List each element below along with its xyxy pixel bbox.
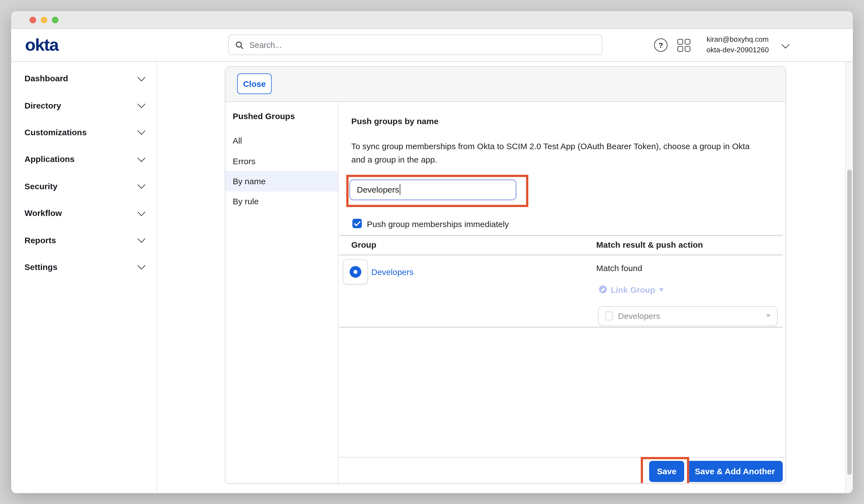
pushed-groups-nav: Pushed Groups All Errors By name By rule (226, 101, 338, 483)
push-immediately-label: Push group memberships immediately (367, 219, 509, 228)
screen: okta ? kiran@boxyhq.com okta-dev-2090126… (0, 0, 864, 504)
push-by-name-content: Push groups by name To sync group member… (338, 101, 785, 483)
top-navigation-bar: okta ? kiran@boxyhq.com okta-dev-2090126… (11, 29, 853, 61)
vertical-scrollbar-track[interactable] (845, 61, 853, 493)
chevron-down-icon (137, 181, 145, 189)
pushed-groups-tab-errors[interactable]: Errors (226, 151, 338, 171)
minimize-window-button[interactable] (41, 16, 47, 23)
grid-square (685, 39, 690, 45)
pushed-groups-title: Pushed Groups (226, 111, 338, 120)
save-button[interactable]: Save (649, 460, 684, 482)
group-link[interactable]: Developers (371, 267, 413, 276)
push-immediately-checkbox[interactable] (352, 218, 362, 228)
okta-group-icon (350, 266, 361, 277)
account-email: kiran@boxyhq.com (700, 35, 775, 45)
sidebar-item-applications[interactable]: Applications (11, 146, 156, 172)
app-window: okta ? kiran@boxyhq.com okta-dev-2090126… (11, 11, 853, 493)
push-groups-panel: Close Pushed Groups All Errors By name B… (225, 66, 786, 483)
chevron-down-icon (137, 262, 145, 270)
column-header-group: Group (351, 240, 376, 249)
apps-grid-icon[interactable] (677, 39, 691, 52)
section-description: To sync group memberships from Okta to S… (351, 140, 764, 167)
section-title: Push groups by name (351, 116, 439, 125)
zoom-window-button[interactable] (51, 16, 58, 23)
table-header-divider (339, 254, 783, 255)
help-icon[interactable]: ? (654, 38, 668, 52)
chevron-down-icon (137, 208, 145, 216)
vertical-scrollbar-thumb[interactable] (847, 169, 852, 475)
close-button[interactable]: Close (237, 73, 272, 94)
chevron-down-icon (137, 100, 145, 108)
group-name-input-value: Developers (357, 185, 399, 194)
account-org: okta-dev-20901260 (700, 45, 775, 55)
panel-header: Close (226, 67, 785, 101)
grid-square (677, 46, 683, 52)
pushed-groups-tab-by-name[interactable]: By name (226, 171, 338, 191)
match-status: Match found (596, 263, 642, 273)
footer-divider (338, 457, 785, 457)
grid-square (685, 46, 690, 52)
search-input[interactable] (248, 40, 596, 50)
target-group-select[interactable]: Developers (598, 306, 778, 326)
sidebar-item-directory[interactable]: Directory (11, 92, 156, 119)
chevron-down-icon (137, 73, 145, 81)
account-menu[interactable]: kiran@boxyhq.com okta-dev-20901260 (700, 35, 775, 55)
account-chevron-down-icon[interactable] (782, 41, 789, 48)
window-titlebar (11, 11, 853, 29)
search-icon (235, 40, 244, 49)
workspace: Dashboard Directory Customizations Appli… (11, 61, 853, 493)
table-row-divider (339, 326, 783, 327)
sidebar-item-security[interactable]: Security (11, 172, 156, 200)
link-group-dropdown-button[interactable]: Link Group (599, 285, 663, 294)
text-cursor (400, 184, 400, 195)
link-group-label: Link Group (611, 285, 655, 294)
chevron-down-icon (137, 127, 145, 135)
target-group-select-value: Developers (618, 311, 660, 321)
chevron-down-icon (137, 235, 145, 243)
pushed-groups-tab-by-rule[interactable]: By rule (226, 191, 338, 212)
caret-down-icon (659, 288, 663, 292)
sidebar-item-reports[interactable]: Reports (11, 227, 156, 253)
okta-logo: okta (25, 35, 58, 55)
link-icon (599, 286, 607, 293)
group-name-input[interactable]: Developers (349, 179, 517, 200)
sidebar-item-workflow[interactable]: Workflow (11, 200, 156, 227)
sidebar-item-customizations[interactable]: Customizations (11, 119, 156, 146)
grid-square (677, 39, 683, 45)
table-top-divider (339, 235, 783, 236)
sidebar-item-settings[interactable]: Settings (11, 253, 156, 280)
sidebar-nav: Dashboard Directory Customizations Appli… (11, 61, 157, 493)
chevron-down-icon (137, 154, 145, 162)
global-search[interactable] (228, 35, 602, 55)
sidebar-item-dashboard[interactable]: Dashboard (11, 65, 156, 92)
select-caret-down-icon (766, 314, 770, 317)
column-header-match: Match result & push action (596, 240, 703, 249)
save-add-another-button[interactable]: Save & Add Another (687, 460, 783, 482)
group-icon-card (343, 259, 368, 284)
close-window-button[interactable] (29, 16, 36, 23)
pushed-groups-tab-all[interactable]: All (226, 131, 338, 151)
group-placeholder-icon (605, 311, 613, 321)
